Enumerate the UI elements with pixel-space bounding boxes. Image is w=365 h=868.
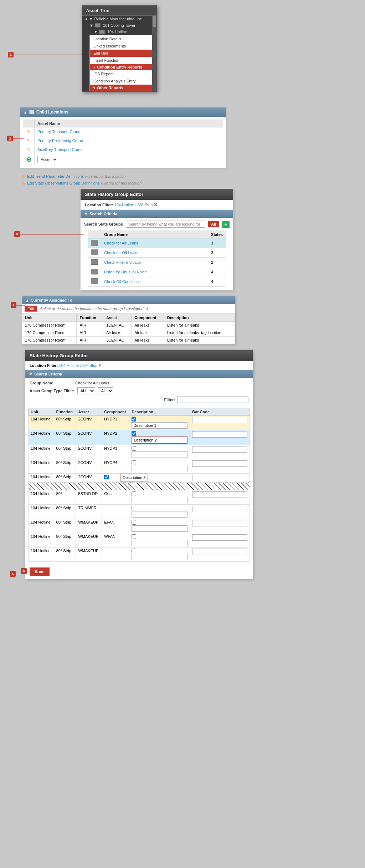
group-name-cell[interactable]: Listen for Unusual Noice <box>101 267 208 277</box>
col-asset: Asset <box>76 408 102 416</box>
edit-pencil-icon[interactable]: ✎ <box>27 129 31 135</box>
component-cell: WFAN <box>102 533 129 547</box>
component-cell: EFAN <box>102 519 129 533</box>
assign-row-5: 104 Hotline 80° Strip 2CONV Description … <box>29 474 250 483</box>
description-input-active[interactable] <box>132 436 187 444</box>
shge2-close-icon[interactable]: ✕ <box>98 363 102 368</box>
barcode-input[interactable] <box>192 446 247 453</box>
group-icon <box>91 269 98 274</box>
group-table-row-selected[interactable]: Check for Air Leaks 3 <box>88 238 226 248</box>
unit-cell: 104 Hotline <box>29 416 54 430</box>
description-input[interactable] <box>132 540 187 546</box>
menu-ics-report[interactable]: ICS Report <box>90 70 156 77</box>
filter-input[interactable] <box>177 397 248 403</box>
desc-cell <box>129 490 190 505</box>
description-input[interactable] <box>132 511 187 518</box>
asset-type-select[interactable]: Asset <box>37 156 58 163</box>
barcode-cell <box>190 459 250 474</box>
barcode-input[interactable] <box>192 460 247 467</box>
btn-all[interactable]: All <box>208 221 219 227</box>
asset-comp-filter-select1[interactable]: ALL <box>77 387 95 394</box>
add-asset-button[interactable]: ⊕ <box>26 156 31 163</box>
row-checkbox[interactable] <box>132 446 136 451</box>
barcode-input[interactable] <box>192 520 247 526</box>
assign-row-4: 104 Hotline 80° Strip 2CONV HYDP4 <box>29 459 250 474</box>
group-name-cell[interactable]: Check Filter Indicator <box>101 258 208 267</box>
row-checkbox[interactable] <box>132 460 136 465</box>
asset-tree-hotline[interactable]: ▼ 104 Hotline <box>82 29 156 35</box>
state-obs-link[interactable]: Edit State Observations Group Definition… <box>27 181 142 185</box>
row-checkbox[interactable] <box>104 475 109 479</box>
menu-condition-analysis[interactable]: Condition Analysis Entry <box>90 77 156 85</box>
trend-param-link[interactable]: Edit Trend Parameter Definitions Filtere… <box>27 174 126 178</box>
barcode-input[interactable] <box>192 534 247 541</box>
marker-6: 6 <box>21 568 30 574</box>
search-state-groups-input[interactable] <box>126 221 206 228</box>
row-asset-name[interactable]: Auxilliary Transport Crane <box>35 145 223 154</box>
scrollbar-thumb[interactable] <box>153 16 156 27</box>
row-checkbox[interactable] <box>132 491 136 496</box>
menu-insert-function[interactable]: Insert Function <box>90 57 156 64</box>
barcode-input[interactable] <box>192 491 247 498</box>
edit-pencil-icon[interactable]: ✎ <box>27 138 31 143</box>
asset-tree-cooling[interactable]: ▼ 101 Cooling Tower <box>82 22 156 29</box>
description-input[interactable] <box>132 497 187 503</box>
row-asset-name[interactable]: Primary Positioning Crane <box>35 136 223 145</box>
save-button[interactable]: Save <box>30 567 50 576</box>
row-asset-name[interactable]: Primary Transport Crane <box>35 127 223 136</box>
barcode-cell <box>190 430 250 445</box>
edit-pencil-icon[interactable]: ✎ <box>27 147 31 152</box>
group-table-row[interactable]: Listen for Unusual Noice 4 <box>88 267 226 277</box>
col-component: Component <box>132 314 164 322</box>
barcode-input[interactable] <box>192 417 247 423</box>
row-checkbox[interactable] <box>132 431 136 436</box>
asset-tree-reliable[interactable]: ● ▼ Reliable Manufacturing, Inc. <box>82 16 156 22</box>
btn-add-group[interactable]: + <box>222 221 230 228</box>
group-table-row[interactable]: Check for Oil Leaks 3 <box>88 248 226 258</box>
barcode-input[interactable] <box>192 506 247 512</box>
table-row: ✎ Auxilliary Transport Crane <box>23 145 223 154</box>
row-checkbox[interactable] <box>132 520 136 525</box>
barcode-input[interactable] <box>192 431 247 438</box>
barcode-input[interactable] <box>192 475 247 481</box>
description-input[interactable] <box>132 466 187 472</box>
description-input[interactable] <box>132 525 187 532</box>
group-table-row[interactable]: Check Oil Condition 4 <box>88 277 226 287</box>
group-name-cell[interactable]: Check for Air Leaks <box>101 238 208 248</box>
col-states: States <box>208 231 226 238</box>
group-name-cell[interactable]: Check Oil Condition <box>101 277 208 287</box>
row-checkbox[interactable] <box>132 506 136 510</box>
group-table-row[interactable]: Check Filter Indicator 2 <box>88 258 226 267</box>
asset-cell: WMAKEUP <box>76 533 102 547</box>
marker-1: 1 <box>8 52 85 57</box>
assigned-edit-button[interactable]: Edit <box>25 306 37 312</box>
assign-table: Unit Function Asset Component Descriptio… <box>28 408 250 562</box>
shge2-location-value[interactable]: 104 Hotline › 80° Strip <box>59 363 98 368</box>
dot-icon: ● <box>85 17 88 21</box>
description-input[interactable] <box>132 451 187 458</box>
component-cell <box>102 505 129 519</box>
scrollbar-track[interactable] <box>152 16 156 91</box>
asset-comp-filter-select2[interactable]: All <box>98 387 113 394</box>
menu-edit-unit[interactable]: Edit Unit <box>90 50 156 57</box>
filter-close-icon[interactable]: ✕ <box>154 202 158 207</box>
group-table: Group Name States Check for Air Leaks 3 <box>88 231 226 287</box>
row-checkbox[interactable] <box>132 549 136 553</box>
assigned-table: Unit Function Asset Component Descriptio… <box>22 314 235 344</box>
col-component: Component <box>102 408 129 416</box>
assign-row-9: 104 Hotline 80° Strip WMAKEUP WFAN <box>29 533 250 547</box>
row-checkbox[interactable] <box>132 417 136 422</box>
group-name-cell[interactable]: Check for Oil Leaks <box>101 248 208 258</box>
toggle-icon[interactable]: ▲ <box>24 110 27 114</box>
description-input[interactable] <box>132 554 187 560</box>
menu-location-details[interactable]: Location Details <box>90 35 156 42</box>
shge2-search-section[interactable]: ▼ Search Criteria <box>25 370 253 378</box>
assign-row-3: 104 Hotline 80° Strip 2CONV HYDP3 <box>29 445 250 459</box>
menu-linked-documents[interactable]: Linked Documents <box>90 42 156 50</box>
assigned-table-row: 170 Compressor Room AIR 3CENTAC Air leak… <box>22 337 235 344</box>
row-description: Listen for air leaks <box>164 322 235 329</box>
row-checkbox[interactable] <box>132 534 136 539</box>
barcode-input[interactable] <box>192 549 247 555</box>
description-input[interactable] <box>132 422 187 429</box>
row-function: AIR <box>77 329 103 337</box>
